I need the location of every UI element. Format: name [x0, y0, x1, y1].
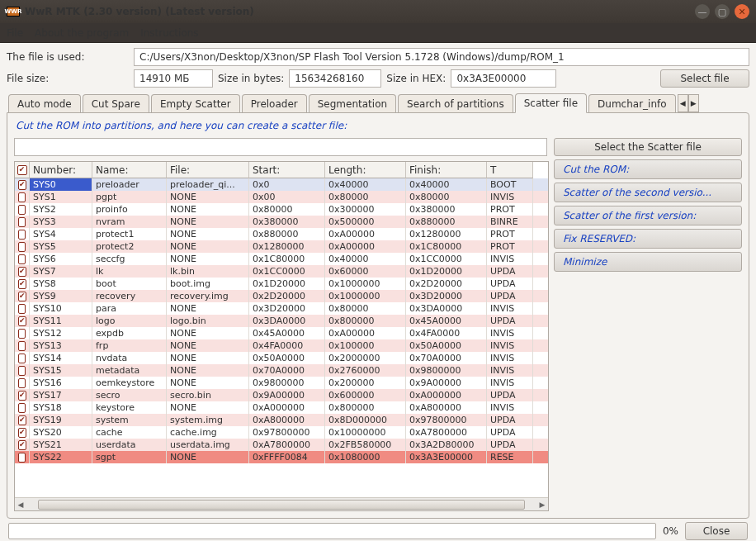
header-checkbox[interactable]: [17, 165, 27, 175]
tab-segmentation[interactable]: Segmentation: [309, 94, 396, 112]
tab-preloader[interactable]: Preloader: [242, 94, 307, 112]
table-row[interactable]: SYS6seccfgNONE0x1C800000x400000x1CC0000I…: [15, 253, 548, 265]
row-checkbox[interactable]: [18, 180, 26, 190]
table-row[interactable]: SYS5protect2NONE0x12800000xA000000x1C800…: [15, 240, 548, 253]
table-row[interactable]: SYS14nvdataNONE0x50A00000x20000000x70A00…: [15, 352, 548, 364]
col-header[interactable]: Start:: [249, 162, 325, 178]
table-row[interactable]: SYS7lklk.bin0x1CC00000x600000x1D20000UPD…: [15, 265, 548, 278]
table-row[interactable]: SYS10paraNONE0x3D200000x800000x3DA0000IN…: [15, 302, 548, 315]
table-row[interactable]: SYS1pgptNONE0x000x800000x80000INVIS: [15, 191, 548, 203]
table-row[interactable]: SYS21userdatauserdata.img0xA78000000x2FB…: [15, 439, 548, 451]
cell-file: NONE: [167, 451, 249, 463]
size-hex-input[interactable]: [451, 69, 556, 88]
maximize-button[interactable]: ▢: [715, 4, 730, 19]
table-row[interactable]: SYS2proinfoNONE0x800000x3000000x380000PR…: [15, 203, 548, 216]
col-header[interactable]: Name:: [92, 162, 167, 178]
size-bytes-input[interactable]: [289, 69, 381, 88]
table-row[interactable]: SYS0preloaderpreloader_qi...0x00x400000x…: [15, 178, 548, 191]
row-checkbox[interactable]: [18, 242, 26, 252]
row-checkbox[interactable]: [18, 391, 26, 401]
row-checkbox[interactable]: [18, 192, 26, 202]
table-row[interactable]: SYS11logologo.bin0x3DA00000x8000000x45A0…: [15, 315, 548, 327]
scroll-left-icon[interactable]: ◀: [15, 499, 26, 510]
side-action-fix-reserved[interactable]: Fix RESERVED:: [554, 229, 742, 249]
row-checkbox[interactable]: [18, 267, 26, 277]
side-action-scatter-of-the-first-version[interactable]: Scatter of the first version:: [554, 206, 742, 225]
table-row[interactable]: SYS22sgptNONE0xFFFF00840x10800000x3A3E00…: [15, 451, 548, 463]
tab-hint: Cut the ROM into partitions, and here yo…: [16, 120, 740, 131]
col-header[interactable]: Length:: [325, 162, 406, 178]
col-header[interactable]: File:: [167, 162, 249, 178]
cell-start: 0x00: [249, 191, 325, 203]
row-checkbox[interactable]: [18, 292, 26, 301]
row-checkbox[interactable]: [18, 403, 26, 413]
table-row[interactable]: SYS13frpNONE0x4FA00000x1000000x50A0000IN…: [15, 339, 548, 352]
tab-empty-scatter[interactable]: Empty Scatter: [151, 94, 240, 112]
menu-about[interactable]: About the program: [35, 27, 129, 39]
table-row[interactable]: SYS19systemsystem.img0xA8000000x8D000000…: [15, 414, 548, 426]
tab-auto-mode[interactable]: Auto mode: [8, 94, 81, 112]
select-scatter-file-button[interactable]: Select the Scatter file: [554, 138, 742, 156]
side-action-cut-the-rom[interactable]: Cut the ROM:: [554, 159, 742, 179]
menu-file[interactable]: File: [7, 27, 23, 39]
table-row[interactable]: SYS8bootboot.img0x1D200000x10000000x2D20…: [15, 278, 548, 290]
row-checkbox[interactable]: [18, 453, 26, 463]
cell-fin: 0x70A0000: [406, 352, 487, 364]
table-row[interactable]: SYS16oemkeystoreNONE0x98000000x2000000x9…: [15, 377, 548, 389]
row-checkbox[interactable]: [18, 279, 26, 289]
row-checkbox[interactable]: [18, 378, 26, 388]
table-hscrollbar[interactable]: ◀ ▶: [15, 497, 548, 510]
tab-scatter-file[interactable]: Scatter file: [515, 93, 587, 113]
scatter-path-input[interactable]: [14, 138, 547, 156]
cell-len: 0x800000: [325, 401, 406, 414]
table-row[interactable]: SYS18keystoreNONE0xA0000000x8000000xA800…: [15, 401, 548, 414]
cell-file: NONE: [167, 364, 249, 377]
row-checkbox[interactable]: [18, 304, 26, 314]
col-header[interactable]: Finish:: [406, 162, 487, 178]
row-checkbox[interactable]: [18, 230, 26, 240]
row-checkbox[interactable]: [18, 341, 26, 351]
file-path-input[interactable]: [134, 48, 749, 66]
tab-search-of-partitions[interactable]: Search of partitions: [398, 94, 513, 112]
cell-fin: 0x4FA0000: [406, 327, 487, 339]
cell-len: 0x40000: [325, 178, 406, 191]
cell-start: 0xFFFF0084: [249, 451, 325, 463]
tabs-scroll-left[interactable]: ◀: [678, 94, 688, 112]
table-row[interactable]: SYS9recoveryrecovery.img0x2D200000x10000…: [15, 290, 548, 302]
row-checkbox[interactable]: [18, 329, 26, 339]
table-row[interactable]: SYS12expdbNONE0x45A00000xA000000x4FA0000…: [15, 327, 548, 339]
row-checkbox[interactable]: [18, 366, 26, 376]
menu-instructions[interactable]: Instructions: [140, 27, 198, 39]
minimize-button[interactable]: —: [695, 4, 710, 19]
row-checkbox[interactable]: [18, 428, 26, 438]
row-checkbox[interactable]: [18, 205, 26, 215]
table-row[interactable]: SYS3nvramNONE0x3800000x5000000x880000BIN…: [15, 216, 548, 228]
close-button[interactable]: Close: [685, 522, 748, 540]
tab-cut-spare[interactable]: Cut Spare: [83, 94, 149, 112]
row-checkbox[interactable]: [18, 354, 26, 363]
row-checkbox[interactable]: [18, 316, 26, 326]
cell-n: SYS7: [30, 265, 92, 278]
col-header[interactable]: Number:: [30, 162, 92, 178]
window-close-button[interactable]: ✕: [735, 4, 749, 19]
tab-dumchar-info[interactable]: Dumchar_info: [588, 94, 676, 112]
scroll-thumb[interactable]: [38, 500, 525, 510]
cell-len: 0x8D000000: [325, 414, 406, 426]
table-row[interactable]: SYS17secrosecro.bin0x9A000000x6000000xA0…: [15, 389, 548, 401]
table-row[interactable]: SYS15metadataNONE0x70A00000x27600000x980…: [15, 364, 548, 377]
cell-file: NONE: [167, 191, 249, 203]
row-checkbox[interactable]: [18, 440, 26, 450]
table-row[interactable]: SYS20cachecache.img0x978000000x100000000…: [15, 426, 548, 439]
row-checkbox[interactable]: [18, 217, 26, 227]
side-action-minimize[interactable]: Minimize: [554, 252, 742, 272]
row-checkbox[interactable]: [18, 415, 26, 425]
table-row[interactable]: SYS4protect1NONE0x8800000xA000000x128000…: [15, 228, 548, 240]
cell-t: INVIS: [487, 327, 533, 339]
side-action-scatter-of-the-second-versio[interactable]: Scatter of the second versio...: [554, 183, 742, 202]
select-file-button[interactable]: Select file: [660, 69, 749, 88]
col-header[interactable]: T: [487, 162, 533, 178]
scroll-right-icon[interactable]: ▶: [536, 499, 548, 510]
tabs-scroll-right[interactable]: ▶: [688, 94, 699, 112]
file-size-input[interactable]: [134, 69, 213, 88]
row-checkbox[interactable]: [18, 254, 26, 264]
